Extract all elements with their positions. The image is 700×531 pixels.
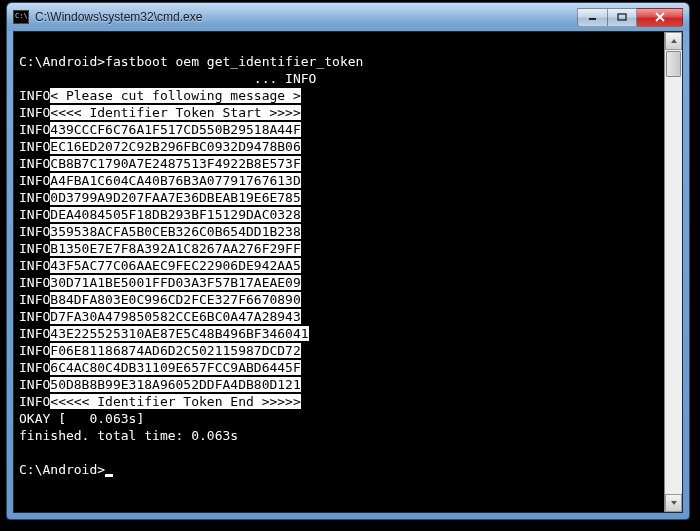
- blank-line: [19, 36, 659, 53]
- token-value: DEA4084505F18DB293BF15129DAC0328: [50, 207, 300, 222]
- token-value: 30D71A1BE5001FFD03A3F57B17AEAE09: [50, 275, 300, 290]
- chevron-up-icon: [670, 38, 678, 44]
- token-value: B1350E7E7F8A392A1C8267AA276F29FF: [50, 241, 300, 256]
- token-end: INFO<<<<< Identifier Token End >>>>>: [19, 393, 659, 410]
- token-line: INFOD7FA30A479850582CCE6BC0A47A28943: [19, 308, 659, 325]
- window-frame: C:\Windows\system32\cmd.exe C:\Android>f…: [6, 2, 690, 520]
- minimize-icon: [588, 13, 598, 21]
- cursor-icon: [105, 474, 113, 477]
- svg-rect-1: [618, 14, 626, 20]
- token-line: INFO43E225525310AE87E5C48B496BF346041: [19, 325, 659, 342]
- token-line: INFOEC16ED2072C92B296FBC0932D9478B06: [19, 138, 659, 155]
- token-value: 439CCCF6C76A1F517CD550B29518A44F: [50, 122, 300, 137]
- chevron-down-icon: [670, 500, 678, 506]
- token-lines: INFO439CCCF6C76A1F517CD550B29518A44FINFO…: [19, 121, 659, 393]
- token-value: 43E225525310AE87E5C48B496BF346041: [50, 326, 308, 341]
- prompt-line-2: C:\Android>: [19, 461, 659, 478]
- info-partial: ... INFO: [19, 70, 659, 87]
- maximize-icon: [617, 13, 627, 21]
- info-prefix: INFO: [19, 360, 50, 375]
- finished-line: finished. total time: 0.063s: [19, 427, 659, 444]
- info-prefix: INFO: [19, 88, 50, 103]
- info-prefix: INFO: [19, 173, 50, 188]
- svg-rect-0: [589, 18, 596, 20]
- token-line: INFO6C4AC80C4DB31109E657FCC9ABD6445F: [19, 359, 659, 376]
- info-prefix: INFO: [19, 207, 50, 222]
- info-prefix: INFO: [19, 241, 50, 256]
- token-value: F06E81186874AD6D2C502115987DCD72: [50, 343, 300, 358]
- token-value: 6C4AC80C4DB31109E657FCC9ABD6445F: [50, 360, 300, 375]
- info-prefix: INFO: [19, 343, 50, 358]
- token-value: 43F5AC77C06AAEC9FEC22906DE942AA5: [50, 258, 300, 273]
- close-button[interactable]: [637, 8, 683, 27]
- window-title: C:\Windows\system32\cmd.exe: [35, 10, 577, 24]
- token-line: INFOB1350E7E7F8A392A1C8267AA276F29FF: [19, 240, 659, 257]
- info-prefix: INFO: [19, 190, 50, 205]
- prompt-line: C:\Android>fastboot oem get_identifier_t…: [19, 53, 659, 70]
- token-line: INFOB84DFA803E0C996CD2FCE327F6670890: [19, 291, 659, 308]
- token-start-body: <<<< Identifier Token Start >>>>: [50, 105, 300, 120]
- info-prefix: INFO: [19, 258, 50, 273]
- token-line: INFOF06E81186874AD6D2C502115987DCD72: [19, 342, 659, 359]
- token-line: INFO0D3799A9D207FAA7E36DBEAB19E6E785: [19, 189, 659, 206]
- command-text: fastboot oem get_identifier_token: [105, 54, 363, 69]
- okay-line: OKAY [ 0.063s]: [19, 410, 659, 427]
- scroll-down-button[interactable]: [665, 494, 682, 512]
- info-prefix: INFO: [19, 292, 50, 307]
- client-area: C:\Android>fastboot oem get_identifier_t…: [13, 31, 683, 513]
- token-value: CB8B7C1790A7E2487513F4922B8E573F: [50, 156, 300, 171]
- info-prefix: INFO: [19, 224, 50, 239]
- prompt: C:\Android>: [19, 54, 105, 69]
- terminal-output[interactable]: C:\Android>fastboot oem get_identifier_t…: [14, 32, 664, 512]
- token-value: EC16ED2072C92B296FBC0932D9478B06: [50, 139, 300, 154]
- info-prefix: INFO: [19, 105, 50, 120]
- titlebar[interactable]: C:\Windows\system32\cmd.exe: [7, 3, 689, 31]
- blank-line: [19, 444, 659, 461]
- token-value: D7FA30A479850582CCE6BC0A47A28943: [50, 309, 300, 324]
- token-end-body: <<<<< Identifier Token End >>>>>: [50, 394, 300, 409]
- maximize-button[interactable]: [607, 8, 637, 27]
- vertical-scrollbar[interactable]: [664, 32, 682, 512]
- info-prefix: INFO: [19, 326, 50, 341]
- token-start: INFO<<<< Identifier Token Start >>>>: [19, 104, 659, 121]
- token-value: B84DFA803E0C996CD2FCE327F6670890: [50, 292, 300, 307]
- cmd-icon: [13, 10, 29, 24]
- info-prefix: INFO: [19, 377, 50, 392]
- token-value: 359538ACFA5B0CEB326C0B654DD1B238: [50, 224, 300, 239]
- info-prefix: INFO: [19, 309, 50, 324]
- token-line: INFOCB8B7C1790A7E2487513F4922B8E573F: [19, 155, 659, 172]
- token-line: INFO439CCCF6C76A1F517CD550B29518A44F: [19, 121, 659, 138]
- cut-message-body: < Please cut following message >: [50, 88, 300, 103]
- scrollbar-track[interactable]: [665, 50, 682, 494]
- token-value: 0D3799A9D207FAA7E36DBEAB19E6E785: [50, 190, 300, 205]
- scroll-up-button[interactable]: [665, 32, 682, 50]
- token-line: INFO43F5AC77C06AAEC9FEC22906DE942AA5: [19, 257, 659, 274]
- info-prefix: INFO: [19, 139, 50, 154]
- info-prefix: INFO: [19, 122, 50, 137]
- window-controls: [577, 8, 683, 27]
- cut-message: INFO< Please cut following message >: [19, 87, 659, 104]
- token-line: INFO50D8B8B99E318A96052DDFA4DB80D121: [19, 376, 659, 393]
- prompt: C:\Android>: [19, 462, 105, 477]
- token-value: A4FBA1C604CA40B76B3A07791767613D: [50, 173, 300, 188]
- info-prefix: INFO: [19, 394, 50, 409]
- info-prefix: INFO: [19, 275, 50, 290]
- info-prefix: INFO: [19, 156, 50, 171]
- token-line: INFOA4FBA1C604CA40B76B3A07791767613D: [19, 172, 659, 189]
- token-value: 50D8B8B99E318A96052DDFA4DB80D121: [50, 377, 300, 392]
- token-line: INFODEA4084505F18DB293BF15129DAC0328: [19, 206, 659, 223]
- minimize-button[interactable]: [577, 8, 607, 27]
- token-line: INFO30D71A1BE5001FFD03A3F57B17AEAE09: [19, 274, 659, 291]
- scrollbar-thumb[interactable]: [666, 51, 681, 77]
- close-icon: [654, 12, 666, 22]
- token-line: INFO359538ACFA5B0CEB326C0B654DD1B238: [19, 223, 659, 240]
